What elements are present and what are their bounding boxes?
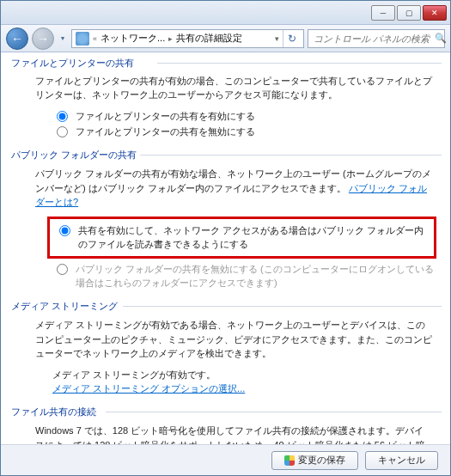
radio-input[interactable] <box>57 111 68 122</box>
refresh-button[interactable]: ↻ <box>283 30 300 47</box>
media-streaming-desc: メディア ストリーミングが有効である場合、ネットワーク上のユーザーとデバイスは、… <box>35 318 433 361</box>
file-sharing-conn-desc: Windows 7 では、128 ビット暗号化を使用してファイル共有の接続が保護… <box>35 424 433 444</box>
breadcrumb-sep: « <box>93 34 97 43</box>
radio-input[interactable] <box>57 126 68 137</box>
section-header-public-folder: パブリック フォルダーの共有 <box>11 148 442 162</box>
breadcrumb-seg-2[interactable]: 共有の詳細設定 <box>176 32 242 45</box>
address-dropdown[interactable]: ▾ <box>275 34 279 43</box>
radio-label: パブリック フォルダーの共有を無効にする (このコンピューターにログオンしている… <box>76 262 442 290</box>
radio-file-printer-off[interactable]: ファイルとプリンターの共有を無効にする <box>52 125 442 139</box>
highlighted-option: 共有を有効にして、ネットワーク アクセスがある場合はパブリック フォルダー内のフ… <box>47 217 436 259</box>
media-streaming-status: メディア ストリーミングが有効です。 メディア ストリーミング オプションの選択… <box>52 368 433 396</box>
forward-button[interactable]: → <box>32 27 54 50</box>
navbar: ← → ▾ « ネットワーク... ▸ 共有の詳細設定 ▾ ↻ 🔍 <box>1 25 450 52</box>
address-bar[interactable]: « ネットワーク... ▸ 共有の詳細設定 ▾ ↻ <box>71 29 304 48</box>
cancel-button[interactable]: キャンセル <box>365 451 438 470</box>
radio-file-printer-on[interactable]: ファイルとプリンターの共有を有効にする <box>52 109 442 124</box>
section-header-media-streaming: メディア ストリーミング <box>11 299 442 314</box>
back-button[interactable]: ← <box>6 27 28 50</box>
save-changes-button[interactable]: 変更の保存 <box>271 451 358 470</box>
breadcrumb-seg-1[interactable]: ネットワーク... <box>101 32 165 45</box>
section-header-file-sharing-conn: ファイル共有の接続 <box>11 405 442 419</box>
search-input[interactable] <box>312 33 435 45</box>
radio-public-on[interactable]: 共有を有効にして、ネットワーク アクセスがある場合はパブリック フォルダー内のフ… <box>55 223 429 252</box>
file-printer-desc: ファイルとプリンターの共有が有効の場合、このコンピューターで共有しているファイル… <box>35 74 433 102</box>
radio-label: 共有を有効にして、ネットワーク アクセスがある場合はパブリック フォルダー内のフ… <box>78 223 429 252</box>
public-folder-desc: パブリック フォルダーの共有が有効な場合、ネットワーク上のユーザー (ホームグル… <box>35 167 433 210</box>
radio-input[interactable] <box>59 225 70 236</box>
history-dropdown[interactable]: ▾ <box>58 32 68 46</box>
radio-label: ファイルとプリンターの共有を有効にする <box>76 109 442 124</box>
minimize-button[interactable]: ─ <box>371 5 395 21</box>
network-icon <box>76 32 89 46</box>
uac-shield-icon <box>284 455 295 466</box>
titlebar: ─ ▢ ✕ <box>1 1 450 25</box>
search-icon: 🔍 <box>435 33 447 44</box>
media-streaming-options-link[interactable]: メディア ストリーミング オプションの選択... <box>52 383 245 394</box>
breadcrumb-chevron: ▸ <box>168 34 173 43</box>
close-button[interactable]: ✕ <box>423 5 447 21</box>
footer: 変更の保存 キャンセル <box>1 444 450 475</box>
radio-public-off[interactable]: パブリック フォルダーの共有を無効にする (このコンピューターにログオンしている… <box>52 262 442 290</box>
content-area: ファイルとプリンターの共有 ファイルとプリンターの共有が有効の場合、このコンピュ… <box>1 52 450 444</box>
search-box[interactable]: 🔍 <box>308 29 445 48</box>
radio-label: ファイルとプリンターの共有を無効にする <box>76 125 442 139</box>
maximize-button[interactable]: ▢ <box>397 5 421 21</box>
section-header-file-printer: ファイルとプリンターの共有 <box>11 56 442 70</box>
radio-input[interactable] <box>57 264 68 275</box>
